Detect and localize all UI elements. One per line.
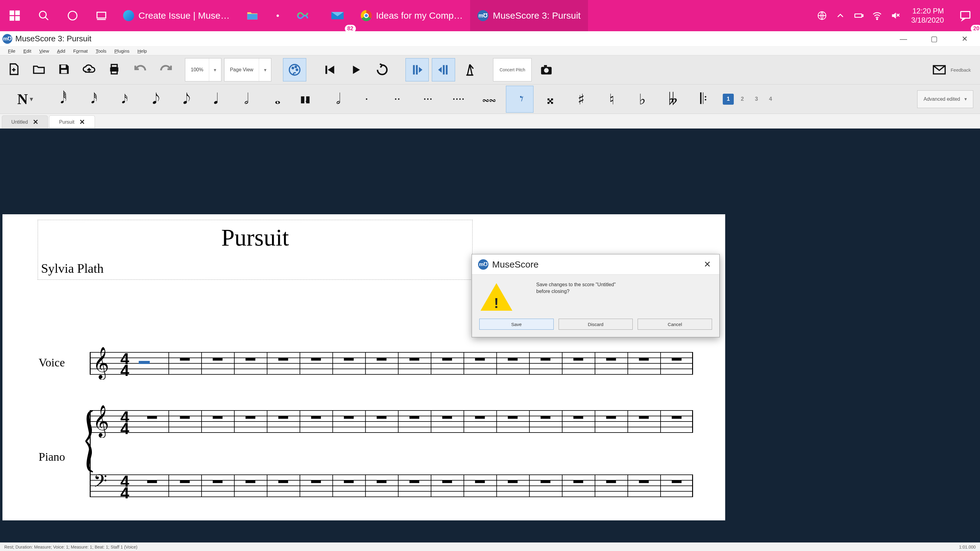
note-input-mode-button[interactable]: N▾ — [7, 86, 43, 113]
svg-rect-67 — [508, 358, 517, 360]
menu-format[interactable]: Format — [70, 48, 91, 54]
loop-out-button[interactable] — [432, 58, 455, 81]
window-minimize-button[interactable]: — — [888, 31, 919, 46]
image-capture-button[interactable] — [535, 58, 558, 81]
menu-bar: File Edit View Add Format Tools Plugins … — [0, 46, 980, 55]
loop-button[interactable] — [371, 58, 394, 81]
palette-button[interactable] — [283, 58, 306, 81]
feedback-label[interactable]: Feedback — [951, 67, 971, 73]
rest-icon[interactable]: 𝄾 — [506, 86, 533, 113]
window-close-button[interactable]: ✕ — [950, 31, 980, 46]
clock-date: 3/18/2020 — [911, 16, 944, 25]
tab-pursuit[interactable]: Pursuit ✕ — [49, 115, 95, 128]
voice-4[interactable]: 4 — [765, 94, 776, 105]
close-icon[interactable]: ✕ — [33, 118, 38, 126]
search-icon[interactable] — [29, 0, 58, 31]
redo-icon[interactable] — [159, 62, 173, 78]
dur-whole-icon[interactable]: 𝅝 — [261, 86, 288, 113]
taskbar-app-explorer[interactable] — [237, 0, 268, 31]
discard-button[interactable]: Discard — [558, 319, 633, 330]
taskbar-app-infinity[interactable] — [288, 0, 321, 31]
taskbar-chrome-label: Ideas for my Comp… — [376, 10, 463, 21]
rewind-button[interactable] — [318, 58, 341, 81]
taskbar-app-edge[interactable]: Create Issue | Muse… — [116, 0, 237, 31]
dot-2-icon[interactable]: ·· — [383, 86, 411, 113]
metronome-button[interactable] — [458, 58, 481, 81]
tray-globe-icon[interactable] — [817, 10, 827, 21]
save-button[interactable]: Save — [479, 319, 554, 330]
zoom-combo[interactable]: 100% ▾ — [185, 58, 221, 81]
edge-icon — [123, 10, 134, 21]
svg-rect-47 — [180, 358, 190, 360]
close-icon[interactable]: ✕ — [79, 118, 85, 126]
dot-3-icon[interactable]: ··· — [414, 86, 442, 113]
dur-16th-icon[interactable]: 𝅘𝅥𝅯 — [108, 86, 135, 113]
dot-1-icon[interactable]: · — [353, 86, 380, 113]
view-mode-combo[interactable]: Page View ▾ — [224, 58, 271, 81]
workspace-selector[interactable]: Advanced edited ▾ — [917, 90, 973, 108]
title-frame[interactable]: Pursuit Sylvia Plath — [38, 220, 473, 280]
dur-32nd-icon[interactable]: 𝅘𝅥𝅰 — [77, 86, 105, 113]
sharp-icon[interactable]: ♯ — [567, 86, 595, 113]
cloud-upload-icon[interactable] — [82, 62, 96, 78]
dur-half-icon[interactable]: 𝅗𝅥 — [230, 86, 258, 113]
dur-8th2-icon[interactable]: 𝅘𝅥𝅮 — [169, 86, 197, 113]
taskbar-clock[interactable]: 12:20 PM 3/18/2020 — [904, 6, 951, 25]
taskbar-app-mail[interactable]: 82 — [321, 0, 353, 31]
dur-half-stem-icon[interactable]: 𝅗𝅥 — [322, 86, 350, 113]
start-button[interactable] — [0, 0, 29, 31]
tray-volume-mute-icon[interactable] — [890, 10, 901, 21]
menu-tools[interactable]: Tools — [93, 48, 110, 54]
taskbar-app-musescore[interactable]: mƱ MuseScore 3: Pursuit — [470, 0, 588, 31]
new-file-icon[interactable] — [7, 62, 21, 78]
double-sharp-icon[interactable]: 𝄪 — [536, 86, 564, 113]
dur-quarter-icon[interactable]: 𝅘𝅥 — [200, 86, 227, 113]
print-icon[interactable] — [107, 62, 121, 78]
double-flat-icon[interactable]: 𝄫 — [659, 86, 687, 113]
zoom-value: 100% — [185, 67, 209, 73]
undo-icon[interactable] — [134, 62, 148, 78]
save-icon[interactable] — [57, 62, 71, 78]
window-maximize-button[interactable]: ▢ — [919, 31, 950, 46]
score-composer[interactable]: Sylvia Plath — [41, 261, 103, 276]
menu-add[interactable]: Add — [54, 48, 68, 54]
cortana-icon[interactable] — [58, 0, 87, 31]
task-view-icon[interactable] — [87, 0, 116, 31]
tray-battery-icon[interactable] — [854, 10, 864, 21]
dot-4-icon[interactable]: ···· — [445, 86, 472, 113]
cancel-button[interactable]: Cancel — [638, 319, 712, 330]
tray-chevron-up-icon[interactable] — [835, 10, 846, 21]
loop-icon — [375, 63, 389, 77]
envelope-icon[interactable] — [932, 63, 946, 77]
loop-in-button[interactable] — [406, 58, 429, 81]
dur-breve-icon[interactable]: ▮𝅝▮ — [291, 86, 319, 113]
menu-plugins[interactable]: Plugins — [111, 48, 133, 54]
dur-64th-icon[interactable]: 𝅘𝅥𝅱 — [46, 86, 74, 113]
svg-rect-41 — [90, 352, 91, 375]
voice-1[interactable]: 1 — [723, 94, 734, 105]
taskbar-app-small1[interactable]: • — [268, 0, 288, 31]
voice-2[interactable]: 2 — [737, 94, 748, 105]
menu-view[interactable]: View — [36, 48, 52, 54]
staff-voice[interactable]: 𝄞 4 4 — [90, 343, 693, 380]
menu-file[interactable]: File — [5, 48, 18, 54]
svg-rect-26 — [413, 65, 415, 75]
concert-pitch-button[interactable]: Concert Pitch — [493, 58, 531, 81]
action-center-icon[interactable]: 20 — [951, 0, 980, 31]
menu-help[interactable]: Help — [134, 48, 150, 54]
tray-wifi-icon[interactable] — [872, 10, 882, 21]
taskbar-app-chrome[interactable]: Ideas for my Comp… — [353, 0, 470, 31]
play-button[interactable] — [344, 58, 368, 81]
tab-untitled[interactable]: Untitled ✕ — [2, 115, 48, 128]
natural-icon[interactable]: ♮ — [598, 86, 625, 113]
open-file-icon[interactable] — [32, 62, 46, 78]
svg-rect-69 — [541, 358, 550, 360]
score-title[interactable]: Pursuit — [38, 224, 472, 251]
dur-8th-icon[interactable]: 𝅘𝅥𝅮 — [138, 86, 166, 113]
menu-edit[interactable]: Edit — [20, 48, 34, 54]
tie-icon[interactable]: 𝆗𝆗 — [475, 86, 503, 113]
flat-icon[interactable]: ♭ — [628, 86, 656, 113]
voice-3[interactable]: 3 — [751, 94, 762, 105]
dialog-close-button[interactable]: ✕ — [701, 259, 713, 269]
flip-stem-icon[interactable]: 𝄆 — [690, 86, 717, 113]
